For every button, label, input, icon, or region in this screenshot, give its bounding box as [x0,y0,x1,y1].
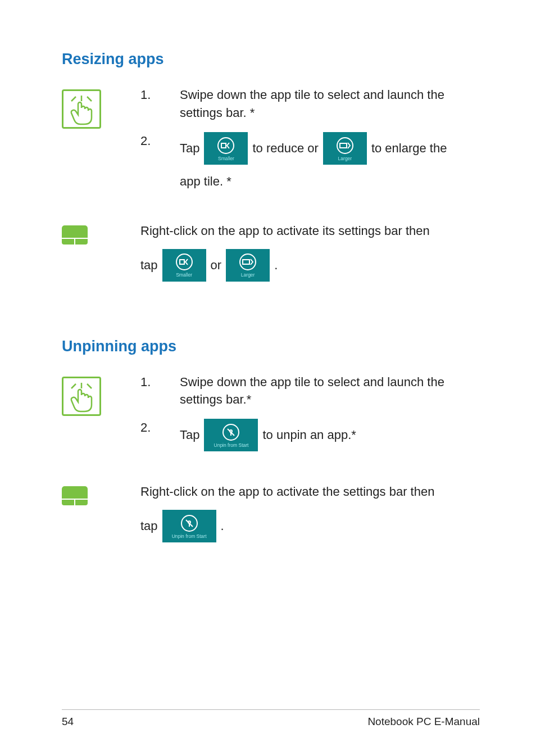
text-period: . [274,256,278,274]
text-tap: tap [140,517,158,535]
resizing-touch-step1: Swipe down the app tile to select and la… [180,86,480,122]
text-to-unpin-app: to unpin an app.* [262,426,356,444]
page-footer: 54 Notebook PC E-Manual [62,709,480,728]
text-period: . [221,517,224,535]
unpinning-touchpad-row: Right-click on the app to activate the s… [62,483,480,542]
text-to-reduce-or: to reduce or [252,139,318,157]
unpinning-touch-row: 1. Swipe down the app tile to select and… [62,373,480,462]
unpin-tile-icon: Unpin from Start [204,419,258,451]
unpinning-touchpad-line1: Right-click on the app to activate the s… [140,483,480,501]
resizing-touchpad-line1: Right-click on the app to activate its s… [140,222,480,240]
text-or: or [211,256,222,274]
svg-rect-5 [180,260,184,264]
resizing-touch-row: 1. Swipe down the app tile to select and… [62,86,480,201]
text-app-tile: app tile. * [180,173,480,191]
step-number: 2. [140,132,180,150]
larger-tile-icon: Larger [323,132,367,165]
touch-gesture-icon [62,377,101,416]
heading-resizing-apps: Resizing apps [62,51,480,68]
svg-line-0 [71,97,76,101]
svg-rect-4 [340,143,347,148]
step-number: 1. [140,373,180,391]
manual-title: Notebook PC E-Manual [367,716,480,728]
svg-line-2 [87,97,92,101]
step-number: 1. [140,86,180,104]
svg-line-9 [87,384,92,388]
text-tap: Tap [180,139,199,157]
svg-line-7 [71,384,76,388]
svg-rect-3 [221,143,226,148]
svg-rect-6 [243,260,249,264]
text-to-enlarge-the: to enlarge the [371,139,447,157]
step-number: 2. [140,419,180,437]
larger-tile-icon: Larger [226,249,270,282]
page-number: 54 [62,716,74,728]
touchpad-icon [62,486,88,505]
text-tap: Tap [180,426,199,444]
heading-unpinning-apps: Unpinning apps [62,338,480,355]
smaller-tile-icon: Smaller [162,249,206,282]
unpin-tile-icon: Unpin from Start [162,510,216,542]
unpinning-touch-step1: Swipe down the app tile to select and la… [180,373,480,409]
text-tap: tap [140,256,158,274]
resizing-touchpad-row: Right-click on the app to activate its s… [62,222,480,282]
touch-gesture-icon [62,89,101,129]
touchpad-icon [62,225,88,245]
smaller-tile-icon: Smaller [204,132,248,165]
